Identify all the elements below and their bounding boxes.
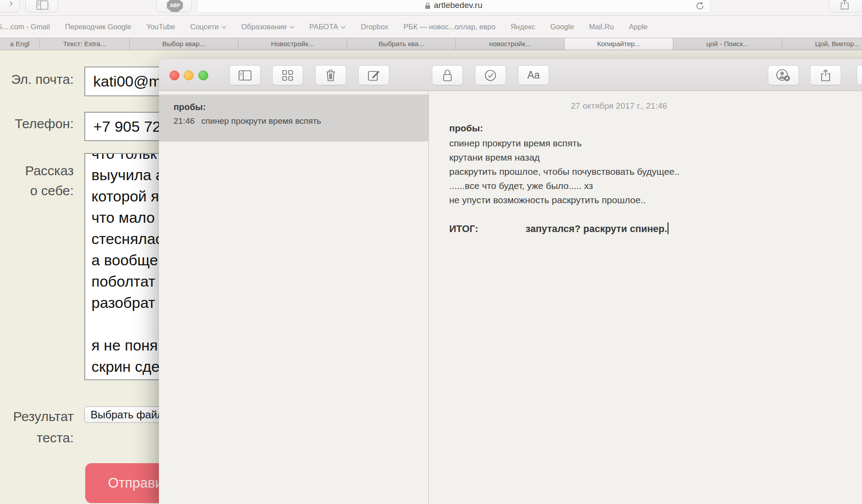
grid-view-button[interactable] (272, 65, 303, 85)
zoom-window-button[interactable] (198, 71, 208, 80)
about-label-line2: о себе: (0, 183, 74, 198)
note-item-time: 21:46 (174, 116, 195, 126)
bookmark-translate[interactable]: Переводчик Google (65, 23, 131, 31)
note-line: спинер прокрути время вспять (449, 136, 831, 150)
chevron-down-icon (341, 26, 346, 29)
bookmarks-bar: 5....com - Gmail Переводчик Google YouTu… (0, 16, 862, 38)
bookmark-youtube[interactable]: YouTube (146, 23, 175, 31)
sidebar-icon (238, 70, 252, 81)
reload-icon[interactable] (696, 2, 704, 10)
note-summary-text: запутался? раскрути спинер. (526, 223, 667, 234)
note-list-item-selected[interactable]: пробы: 21:46 спинер прокрути время вспят… (159, 94, 428, 142)
padlock-icon (425, 2, 431, 9)
sidebar-toggle-button[interactable] (25, 0, 58, 12)
tab-tsoy-poisk[interactable]: цой - Поиск... (673, 38, 782, 50)
bookmark-folder-education[interactable]: Образование (241, 23, 294, 31)
sidebar-icon (36, 0, 48, 10)
address-url: artlebedev.ru (434, 0, 482, 10)
note-summary: ИТОГ:запутался? раскрути спинер. (449, 222, 831, 235)
close-window-button[interactable] (170, 71, 179, 80)
adblock-abp-icon: ABP (167, 0, 183, 12)
adblock-button[interactable]: ABP (156, 0, 192, 12)
add-people-icon (776, 69, 791, 82)
delete-note-button[interactable] (315, 65, 346, 85)
note-line: ......все что будет, уже было..... хз (449, 179, 831, 193)
lock-icon (442, 69, 453, 82)
folders-view-button[interactable] (229, 65, 261, 85)
format-text-button[interactable]: Aa (518, 65, 549, 85)
tab-vybor-kvar[interactable]: Выбор квар... (130, 38, 238, 50)
bookmark-gmail[interactable]: 5....com - Gmail (0, 23, 50, 31)
checklist-icon (484, 69, 497, 82)
note-line: раскрутить прошлое, чтобы почувствовать … (449, 165, 831, 179)
tab-tsoy-viktor[interactable]: Цой, Виктор... (782, 38, 862, 50)
phone-label: Телефон: (0, 116, 74, 131)
compose-icon (368, 69, 380, 82)
bookmark-rbc[interactable]: РБК — новос...оллар, евро (403, 23, 495, 31)
tab-kopirayter-active[interactable]: Копирайтер... (565, 38, 673, 50)
notes-window: Aa (159, 59, 862, 504)
compose-note-button[interactable] (358, 65, 389, 85)
checklist-button[interactable] (475, 65, 506, 85)
tab-vybrat-kva[interactable]: Выбрать ква... (347, 38, 456, 50)
note-line: крутани время назад (449, 150, 831, 165)
notes-body: пробы: 21:46 спинер прокрути время вспят… (159, 91, 862, 504)
chevron-right-icon: › (9, 0, 13, 9)
note-item-preview: спинер прокрути время вспять (202, 116, 321, 126)
bookmark-apple[interactable]: Apple (629, 23, 648, 31)
note-text: пробы: спинер прокрути время вспять крут… (449, 122, 831, 235)
minimize-window-button[interactable] (184, 71, 194, 80)
toolbar-button-partial[interactable] (857, 65, 862, 85)
text-caret (668, 222, 668, 234)
note-editor[interactable]: 27 октября 2017 г., 21:46 пробы: спинер … (429, 91, 862, 504)
bookmark-mailru[interactable]: Mail.Ru (589, 23, 614, 31)
note-line: не упусти возможность раскрутить прошлое… (449, 193, 831, 207)
tab-novostroyk-2[interactable]: новостройк... (456, 38, 565, 50)
tab-novostroyk-1[interactable]: Новостройк... (238, 38, 347, 50)
tab-a-engl[interactable]: a Engl (0, 38, 40, 50)
grid-view-icon (282, 70, 293, 81)
trash-icon (325, 69, 336, 82)
result-label-line1: Результат (0, 409, 74, 424)
notes-toolbar: Aa (159, 59, 862, 91)
about-label-line1: Рассказ (0, 163, 74, 178)
bookmark-folder-social[interactable]: Соцсети (190, 23, 226, 31)
bookmark-dropbox[interactable]: Dropbox (361, 23, 388, 31)
address-bar[interactable]: artlebedev.ru (197, 0, 711, 13)
share-note-button[interactable] (810, 65, 841, 85)
lock-note-button[interactable] (432, 65, 463, 85)
result-label-line2: теста: (0, 430, 74, 445)
email-label: Эл. почта: (0, 72, 74, 87)
bookmark-yandex[interactable]: Яндекс (510, 23, 535, 31)
chevron-down-icon (289, 26, 294, 29)
bookmark-google[interactable]: Google (550, 23, 574, 31)
note-date: 27 октября 2017 г., 21:46 (571, 101, 667, 111)
screenshot-root: › ABP artlebedev.ru (0, 0, 862, 504)
tab-bar: a Engl Текст: Extra... Выбор квар... Нов… (0, 38, 862, 50)
share-icon (840, 0, 849, 10)
note-summary-label: ИТОГ: (449, 223, 526, 235)
add-people-button[interactable] (768, 65, 799, 85)
format-icon: Aa (527, 69, 540, 81)
notes-list-pane: пробы: 21:46 спинер прокрути время вспят… (159, 91, 429, 504)
bookmark-folder-work[interactable]: РАБОТА (309, 23, 346, 31)
share-icon (820, 69, 831, 82)
tab-tekst-extra[interactable]: Текст: Extra... (40, 38, 130, 50)
note-item-title: пробы: (174, 102, 419, 112)
browser-toolbar: › ABP artlebedev.ru (0, 0, 862, 16)
browser-share-button[interactable] (829, 0, 862, 12)
note-title: пробы: (449, 122, 831, 136)
chevron-down-icon (221, 26, 226, 29)
forward-button[interactable]: › (0, 0, 20, 12)
